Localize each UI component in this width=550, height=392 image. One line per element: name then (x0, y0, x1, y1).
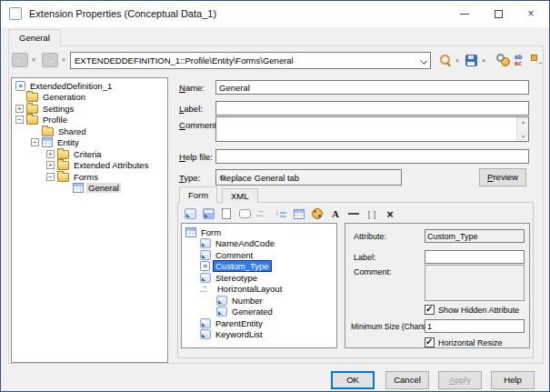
collapse-minus-icon[interactable]: − (46, 173, 55, 181)
tree-item-settings[interactable]: + Settings (12, 103, 167, 115)
tab-xml[interactable]: XML (222, 188, 258, 203)
vertical-layout-icon (275, 208, 287, 219)
add-clipboard-control-button[interactable] (219, 207, 234, 221)
tree-item-criteria[interactable]: + Criteria (12, 148, 167, 160)
back-dropdown[interactable]: ▾ (29, 53, 38, 67)
form-tree-item-horizontallayout[interactable]: HorizontalLayout (182, 284, 336, 296)
tree-item-forms[interactable]: − Forms (12, 171, 167, 183)
form-tree-item-nameandcode[interactable]: NameAndCode (182, 238, 336, 250)
folder-icon (42, 127, 54, 136)
form-tree-item-parententity[interactable]: ParentEntity (182, 317, 336, 329)
horizontal-resize-row: Horizontal Resize (425, 337, 503, 347)
add-separator-button[interactable] (346, 207, 361, 221)
spacer-icon (368, 209, 376, 219)
groupbox-icon (239, 209, 251, 218)
path-input[interactable] (72, 54, 415, 67)
collapse-minus-icon[interactable]: − (31, 138, 39, 146)
attribute-value-input[interactable] (425, 229, 525, 243)
minimize-icon (460, 14, 469, 15)
add-static-text-button[interactable] (328, 207, 343, 221)
add-bitmap-button[interactable] (310, 207, 325, 221)
goto-icon (531, 54, 544, 66)
replace-button[interactable] (514, 53, 527, 67)
tab-general[interactable]: General (8, 29, 61, 46)
forward-button[interactable]: → (42, 53, 58, 67)
path-combobox[interactable] (70, 52, 431, 69)
expand-plus-icon[interactable]: + (15, 105, 24, 113)
collapse-minus-icon[interactable]: − (15, 116, 24, 124)
label-input[interactable] (215, 101, 529, 116)
scroll-down-icon[interactable]: ▼ (517, 132, 529, 141)
expand-plus-icon[interactable]: + (46, 161, 55, 169)
tree-item-general[interactable]: General (12, 183, 167, 195)
maximize-button[interactable] (485, 1, 512, 26)
minimum-size-input[interactable] (425, 319, 525, 333)
save-dropdown[interactable]: ▾ (479, 54, 488, 68)
comment-input[interactable]: ▲ ▼ (215, 116, 529, 142)
detail-label-input[interactable] (425, 250, 525, 264)
form-tree-item-custom-type[interactable]: Custom_Type (182, 261, 336, 273)
delete-button[interactable] (383, 207, 397, 221)
tree-item-profile[interactable]: − Profile (12, 115, 167, 126)
help-file-input[interactable] (215, 149, 529, 164)
detail-comment-label: Comment: (354, 267, 392, 276)
attribute-icon (216, 307, 227, 317)
minimize-button[interactable] (451, 1, 478, 26)
chevron-down-icon[interactable] (420, 57, 427, 65)
back-button[interactable]: ← (12, 53, 28, 67)
add-attribute-icon (185, 208, 196, 219)
close-icon: × (527, 8, 534, 19)
tree-item-entity[interactable]: − Entity (12, 137, 167, 149)
folder-icon (57, 150, 69, 159)
horizontal-resize-checkbox[interactable] (425, 337, 435, 347)
form-controls-tree: Form NameAndCode Comment Custom_Type Ste… (181, 223, 337, 348)
apply-button[interactable]: Apply (438, 371, 482, 389)
comment-scrollbar[interactable]: ▲ ▼ (516, 117, 528, 141)
bitmap-icon (312, 208, 323, 219)
name-input[interactable] (215, 80, 529, 95)
show-hidden-attribute-checkbox[interactable] (425, 305, 435, 315)
close-button[interactable]: × (517, 1, 545, 26)
tree-item-extendeddefinition[interactable]: ExtendedDefinition_1 (12, 80, 167, 92)
help-button[interactable]: Help (491, 371, 535, 389)
folder-icon (26, 116, 38, 125)
forward-dropdown[interactable]: ▾ (59, 53, 68, 67)
tree-item-generation[interactable]: Generation (12, 92, 167, 104)
add-attribute-button[interactable] (183, 207, 197, 221)
form-tree-item-stereotype[interactable]: Stereotype (182, 272, 336, 284)
add-horizontal-layout-button[interactable] (255, 207, 270, 221)
horizontal-layout-icon (256, 208, 269, 219)
app-icon (9, 7, 22, 20)
add-groupbox-button[interactable] (237, 207, 252, 221)
expand-plus-icon[interactable]: + (46, 150, 55, 158)
title-bar: Extension Properties (Conceptual Data_1)… (1, 1, 549, 27)
preview-button[interactable]: Preview (479, 168, 526, 186)
add-grid-button[interactable] (292, 207, 306, 221)
add-spacer-button[interactable] (365, 207, 379, 221)
scroll-up-icon[interactable]: ▲ (517, 117, 529, 126)
form-tree-item-generated[interactable]: Generated (182, 307, 336, 318)
grid-icon (294, 209, 305, 219)
save-button[interactable] (464, 53, 478, 67)
label-label: Label: (179, 104, 203, 114)
search-button[interactable] (438, 53, 453, 67)
form-tree-item-comment[interactable]: Comment (182, 249, 336, 261)
check-model-button[interactable] (495, 53, 511, 67)
add-list-attribute-icon (203, 208, 215, 219)
form-tree-item-keywordlist[interactable]: KeywordList (182, 329, 336, 341)
show-hidden-attribute-row: Show Hidden Attribute (425, 305, 519, 315)
type-dropdown[interactable]: Replace General tab (215, 169, 402, 186)
goto-button[interactable] (530, 53, 545, 67)
tree-item-shared[interactable]: Shared (12, 126, 167, 137)
cancel-button[interactable]: Cancel (385, 371, 429, 389)
form-tree-item-form[interactable]: Form (182, 226, 336, 238)
tab-form[interactable]: Form (179, 186, 217, 203)
add-vertical-layout-button[interactable] (274, 207, 288, 221)
search-dropdown[interactable]: ▾ (453, 54, 462, 68)
form-tree-item-number[interactable]: Number (182, 295, 336, 307)
ok-button[interactable]: OK (331, 371, 375, 389)
add-list-attribute-button[interactable] (201, 207, 215, 221)
tree-item-extended-attributes[interactable]: + Extended Attributes (12, 160, 167, 172)
show-hidden-attribute-label: Show Hidden Attribute (438, 306, 519, 315)
detail-comment-input[interactable] (425, 265, 525, 301)
